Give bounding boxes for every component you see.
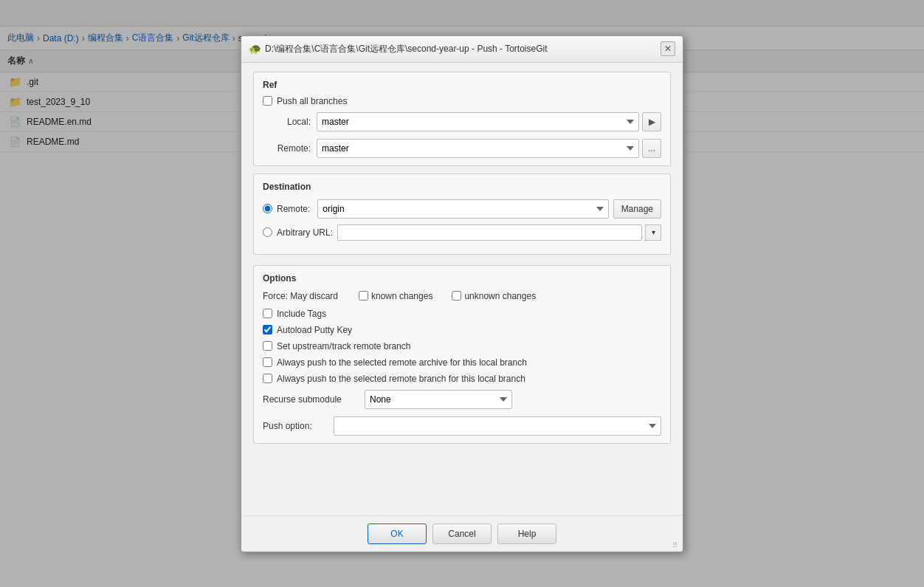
known-changes-label[interactable]: known changes <box>371 291 432 301</box>
force-row: Force: May discard known changes unknown… <box>263 291 661 301</box>
include-tags-checkbox[interactable] <box>263 309 272 318</box>
always-push-archive-label[interactable]: Always push to the selected remote archi… <box>277 357 527 368</box>
tortoisegit-icon: 🐢 <box>249 43 261 55</box>
include-tags-row: Include Tags <box>263 309 661 319</box>
local-branch-select[interactable]: master <box>317 112 639 131</box>
push-option-select[interactable] <box>334 416 661 436</box>
remote-branch-row: Remote: master ... <box>263 139 661 158</box>
arbitrary-url-label[interactable]: Arbitrary URL: <box>277 227 333 238</box>
force-label: Force: May discard <box>263 291 351 301</box>
push-all-branches-checkbox[interactable] <box>263 96 272 106</box>
set-upstream-row: Set upstream/track remote branch <box>263 341 661 351</box>
dialog-titlebar: 🐢 D:\编程合集\C语言合集\Git远程仓库\second-year-up -… <box>241 36 683 63</box>
autoload-putty-row: Autoload Putty Key <box>263 325 661 335</box>
remote-branch-dots-button[interactable]: ... <box>642 139 661 158</box>
always-push-branch-row: Always push to the selected remote branc… <box>263 374 661 384</box>
arbitrary-url-input[interactable] <box>337 224 642 241</box>
local-row: Local: master ▶ <box>263 112 661 131</box>
push-option-row: Push option: <box>263 416 661 436</box>
set-upstream-checkbox[interactable] <box>263 341 272 351</box>
autoload-putty-label[interactable]: Autoload Putty Key <box>277 325 352 335</box>
dialog-close-button[interactable]: ✕ <box>661 41 675 56</box>
help-button[interactable]: Help <box>497 524 556 544</box>
unknown-changes-label[interactable]: unknown changes <box>464 291 536 301</box>
manage-button[interactable]: Manage <box>613 199 661 219</box>
ref-section: Ref Push all branches Local: master ▶ <box>253 72 671 166</box>
modal-overlay: 🐢 D:\编程合集\C语言合集\Git远程仓库\second-year-up -… <box>0 0 924 587</box>
arbitrary-url-row: Arbitrary URL: ▾ <box>263 224 661 241</box>
autoload-putty-checkbox[interactable] <box>263 325 272 334</box>
ok-button[interactable]: OK <box>368 524 427 544</box>
always-push-archive-checkbox[interactable] <box>263 357 272 367</box>
size-grip[interactable]: ⠿ <box>672 541 680 549</box>
push-option-label: Push option: <box>263 421 328 431</box>
remote-radio-row: Remote: origin Manage <box>263 199 661 219</box>
push-dialog: 🐢 D:\编程合集\C语言合集\Git远程仓库\second-year-up -… <box>241 35 683 552</box>
set-upstream-label[interactable]: Set upstream/track remote branch <box>277 341 410 351</box>
always-push-branch-checkbox[interactable] <box>263 374 272 383</box>
push-all-branches-label[interactable]: Push all branches <box>277 96 347 106</box>
remote-radio-label[interactable]: Remote: <box>277 204 310 214</box>
destination-section-title: Destination <box>263 182 661 192</box>
recurse-submodule-select[interactable]: NoneCheckOn-demand <box>365 390 512 409</box>
local-branch-arrow-button[interactable]: ▶ <box>642 112 661 131</box>
remote-radio[interactable] <box>263 204 272 213</box>
dialog-footer: OK Cancel Help <box>241 515 683 552</box>
dialog-title-text: D:\编程合集\C语言合集\Git远程仓库\second-year-up - P… <box>265 43 548 55</box>
recurse-submodule-label: Recurse submodule <box>263 394 359 405</box>
destination-section: Destination Remote: origin Manage Arbitr… <box>253 174 671 255</box>
remote-branch-label: Remote: <box>263 143 311 154</box>
include-tags-label[interactable]: Include Tags <box>277 309 326 319</box>
recurse-submodule-row: Recurse submodule NoneCheckOn-demand <box>263 390 661 409</box>
always-push-branch-label[interactable]: Always push to the selected remote branc… <box>277 374 525 384</box>
dialog-body: Ref Push all branches Local: master ▶ <box>241 63 683 515</box>
options-section: Options Force: May discard known changes… <box>253 265 671 444</box>
known-changes-checkbox[interactable] <box>359 291 368 301</box>
always-push-archive-row: Always push to the selected remote archi… <box>263 357 661 368</box>
arbitrary-url-dropdown-button[interactable]: ▾ <box>645 224 661 241</box>
remote-destination-select[interactable]: origin <box>317 199 608 219</box>
cancel-button[interactable]: Cancel <box>432 524 492 544</box>
ref-section-title: Ref <box>263 80 661 90</box>
unknown-changes-checkbox[interactable] <box>452 291 461 301</box>
remote-branch-select[interactable]: master <box>317 139 639 158</box>
push-all-branches-row: Push all branches <box>263 96 661 106</box>
options-section-title: Options <box>263 273 661 284</box>
local-label: Local: <box>263 117 311 127</box>
arbitrary-url-radio[interactable] <box>263 227 272 237</box>
